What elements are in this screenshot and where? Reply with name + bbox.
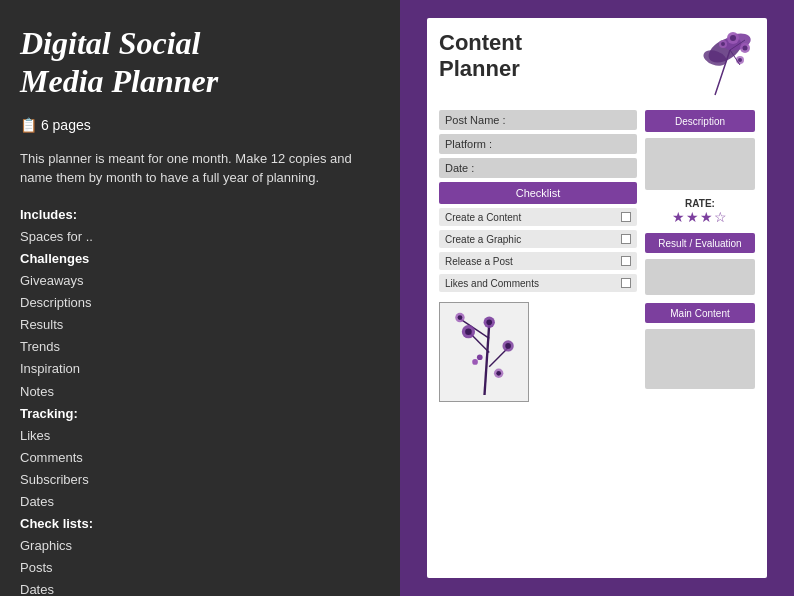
spaces-label: Spaces for ..: [20, 229, 93, 244]
tracking-label: Tracking:: [20, 406, 78, 421]
post-name-field[interactable]: Post Name :: [439, 110, 637, 130]
svg-point-27: [496, 370, 501, 375]
trends-item: Trends: [20, 339, 60, 354]
notes-item: Notes: [20, 384, 54, 399]
svg-point-29: [476, 354, 482, 360]
checklist-item-2[interactable]: Create a Graphic: [439, 230, 637, 248]
subscribers-item: Subscribers: [20, 472, 89, 487]
likes-item: Likes: [20, 428, 50, 443]
checklist-label-1: Create a Content: [445, 212, 521, 223]
dates-item-1: Dates: [20, 494, 54, 509]
checkbox-4[interactable]: [621, 278, 631, 288]
planner-title-block: Content Planner: [439, 30, 522, 83]
main-title: Digital Social Media Planner: [20, 24, 380, 101]
planner-body: Post Name : Platform : Date : Checklist …: [439, 110, 755, 402]
posts-item: Posts: [20, 560, 53, 575]
checklist-item-4[interactable]: Likes and Comments: [439, 274, 637, 292]
description-content[interactable]: [645, 138, 755, 190]
date-field[interactable]: Date :: [439, 158, 637, 178]
checkbox-2[interactable]: [621, 234, 631, 244]
checklist-item-1[interactable]: Create a Content: [439, 208, 637, 226]
checklists-label: Check lists:: [20, 516, 93, 531]
svg-point-8: [721, 42, 725, 46]
floral-decoration: [665, 30, 755, 100]
right-column: Description RATE: ★★★☆ Result / Evaluati…: [645, 110, 755, 402]
checklist-label-4: Likes and Comments: [445, 278, 539, 289]
checklist-button[interactable]: Checklist: [439, 182, 637, 204]
planner-header: Content Planner: [439, 30, 755, 100]
checklist-label-2: Create a Graphic: [445, 234, 521, 245]
stars-display: ★★★☆: [645, 209, 755, 225]
graphics-item: Graphics: [20, 538, 72, 553]
dates-item-2: Dates: [20, 582, 54, 596]
svg-point-25: [486, 319, 492, 325]
includes-label: Includes:: [20, 207, 77, 222]
checkbox-1[interactable]: [621, 212, 631, 222]
planner-page: Content Planner: [427, 18, 767, 578]
svg-point-23: [457, 315, 462, 320]
floral-svg: [665, 30, 755, 100]
right-panel: Content Planner: [400, 0, 794, 596]
inspiration-item: Inspiration: [20, 361, 80, 376]
rate-label: RATE:: [645, 198, 755, 209]
description-header: Description: [645, 110, 755, 132]
floral-image-box: [439, 302, 529, 402]
result-button: Result / Evaluation: [645, 233, 755, 253]
svg-point-6: [743, 46, 748, 51]
svg-line-14: [484, 324, 489, 395]
checkbox-3[interactable]: [621, 256, 631, 266]
platform-field[interactable]: Platform :: [439, 134, 637, 154]
description-text: This planner is meant for one month. Mak…: [20, 149, 380, 188]
comments-item: Comments: [20, 450, 83, 465]
branch-floral-svg: [442, 305, 527, 400]
challenges-item: Challenges: [20, 251, 89, 266]
result-content[interactable]: [645, 259, 755, 295]
descriptions-item: Descriptions: [20, 295, 92, 310]
checklist-label-3: Release a Post: [445, 256, 513, 267]
pages-info: 📋 6 pages: [20, 117, 380, 133]
left-column: Post Name : Platform : Date : Checklist …: [439, 110, 637, 402]
pages-count: 📋 6 pages: [20, 117, 91, 133]
left-panel: Digital Social Media Planner 📋 6 pages T…: [0, 0, 400, 596]
svg-point-19: [465, 328, 472, 335]
results-item: Results: [20, 317, 63, 332]
svg-point-28: [472, 359, 478, 365]
svg-point-10: [738, 58, 742, 62]
main-content-area[interactable]: [645, 329, 755, 389]
rate-section: RATE: ★★★☆: [645, 198, 755, 225]
planner-title-line2: Planner: [439, 56, 522, 82]
main-content-button: Main Content: [645, 303, 755, 323]
svg-point-21: [505, 343, 511, 349]
svg-point-4: [730, 35, 736, 41]
checklist-item-3[interactable]: Release a Post: [439, 252, 637, 270]
includes-section: Includes: Spaces for .. Challenges Givea…: [20, 204, 380, 596]
planner-title-line1: Content: [439, 30, 522, 56]
giveaways-item: Giveaways: [20, 273, 84, 288]
